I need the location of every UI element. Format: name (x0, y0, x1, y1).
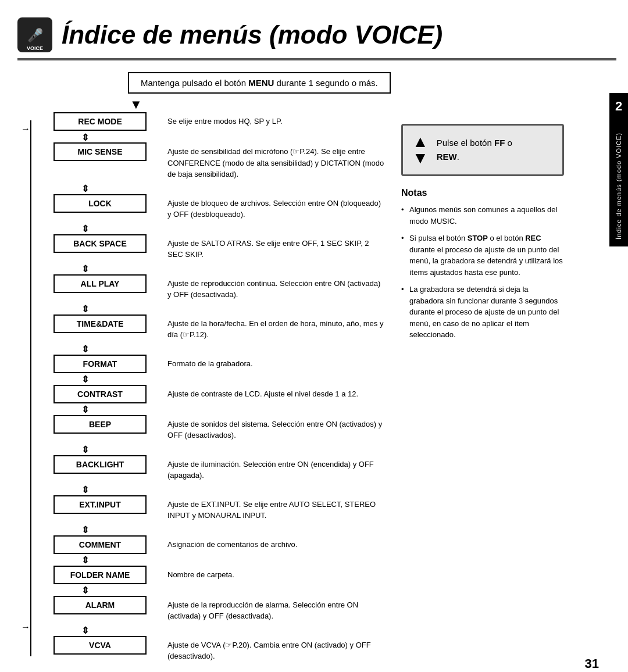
flow-connector: ⇕ (81, 344, 390, 355)
flow-connector: ⇕ (81, 132, 390, 142)
menu-box-format: FORMAT (53, 355, 147, 373)
svg-text:VOICE: VOICE (27, 45, 43, 51)
ff-rew-box: ▲ ▼ Pulse el botón FF o REW. (401, 124, 564, 176)
flow-connector: ⇕ (81, 264, 390, 274)
flow-connector: ⇕ (81, 525, 390, 535)
right-panel: ▲ ▼ Pulse el botón FF o REW. Notas Algun… (390, 112, 616, 666)
menu-left: BEEP (42, 415, 158, 434)
menu-row: MIC SENSEAjuste de sensibilidad del micr… (42, 142, 390, 183)
note-item: La grabadora se detendrá si deja la grab… (401, 284, 564, 341)
flowchart-wrapper: → → REC MODESe elije entre modos HQ, SP … (17, 112, 390, 664)
note-item: Si pulsa el botón STOP o el botón REC du… (401, 233, 564, 278)
menu-left: CONTRAST (42, 385, 158, 403)
page-container: 🎤 VOICE Índice de menús (modo VOICE) Man… (0, 0, 628, 672)
menu-row: LOCKAjuste de bloqueo de archivos. Selec… (42, 194, 390, 223)
menu-description: Se elije entre modos HQ, SP y LP. (158, 112, 390, 130)
menu-description: Formato de la grabadora. (158, 355, 390, 372)
menu-box-contrast: CONTRAST (53, 385, 147, 403)
menu-row: FOLDER NAMENombre de carpeta. (42, 566, 390, 584)
menu-row: BACKLIGHTAjuste de iluminación. Selecció… (42, 455, 390, 484)
flow-connector: ⇕ (81, 184, 390, 194)
menu-box-time-date: TIME&DATE (53, 314, 147, 333)
menu-box-rec-mode: REC MODE (53, 112, 147, 131)
menu-row: BACK SPACEAjuste de SALTO ATRAS. Se elij… (42, 234, 390, 263)
menu-description: Ajuste de bloqueo de archivos. Selección… (158, 194, 390, 223)
menu-left: MIC SENSE (42, 142, 158, 161)
menu-box-lock: LOCK (53, 194, 147, 213)
down-arrow-icon: ▼ (412, 150, 429, 166)
menu-description: Ajuste de sonidos del sistema. Selección… (158, 415, 390, 444)
ff-rew-arrows: ▲ ▼ (412, 134, 429, 166)
voice-icon: 🎤 VOICE (17, 17, 52, 52)
ff-rew-text: Pulse el botón FF o REW. (437, 136, 512, 164)
menu-box-ext-input: EXT.INPUT (53, 495, 147, 514)
flow-connector: ⇕ (81, 555, 390, 566)
menu-description: Ajuste de contraste de LCD. Ajuste el ni… (158, 385, 390, 402)
menu-description: Asignación de comentarios de archivo. (158, 535, 390, 553)
intro-arrow: ▼ (130, 97, 616, 112)
intro-box: Mantenga pulsado el botón MENU durante 1… (128, 72, 391, 94)
menu-row: FORMATFormato de la grabadora. (42, 355, 390, 373)
menu-description: Ajuste de la hora/fecha. En el orden de … (158, 314, 390, 343)
menu-description: Ajuste de iluminación. Selección entre O… (158, 455, 390, 484)
menu-box-alarm: ALARM (53, 596, 147, 614)
header-rule (17, 58, 616, 60)
notes-title: Notas (401, 188, 564, 198)
header: 🎤 VOICE Índice de menús (modo VOICE) (17, 17, 616, 52)
menu-row: EXT.INPUTAjuste de EXT.INPUT. Se elije e… (42, 495, 390, 524)
notes-list: Algunos menús son comunes a aquellos del… (401, 204, 564, 341)
menu-description: Ajuste de sensibilidad del micrófono (☞P… (158, 142, 390, 183)
flow-connector: ⇕ (81, 445, 390, 455)
menu-left: BACK SPACE (42, 234, 158, 253)
menu-box-mic-sense: MIC SENSE (53, 142, 147, 161)
menu-left: ALL PLAY (42, 274, 158, 293)
main-content: → → REC MODESe elije entre modos HQ, SP … (17, 112, 616, 666)
menu-left: ALARM (42, 596, 158, 614)
notes-section: Notas Algunos menús son comunes a aquell… (401, 188, 564, 346)
menu-row: ALARMAjuste de la reproducción de alarma… (42, 596, 390, 624)
menu-left: COMMENT (42, 535, 158, 554)
page-title: Índice de menús (modo VOICE) (62, 20, 443, 49)
svg-text:🎤: 🎤 (27, 27, 44, 43)
menu-box-comment: COMMENT (53, 535, 147, 554)
menu-row: ALL PLAYAjuste de reproducción continua.… (42, 274, 390, 303)
flow-connector: ⇕ (81, 374, 390, 385)
left-arrow-bottom: → (21, 622, 30, 632)
sidebar-tab-number: 2 (609, 93, 628, 126)
sidebar-tab: 2 Índice de menús (modo VOICE) (609, 93, 628, 246)
page-number: 31 (585, 656, 599, 671)
menu-row: CONTRASTAjuste de contraste de LCD. Ajus… (42, 385, 390, 403)
sidebar-tab-text: Índice de menús (modo VOICE) (615, 126, 623, 246)
menu-description: Ajuste de EXT.INPUT. Se elije entre AUTO… (158, 495, 390, 524)
menu-description: Ajuste de VCVA (☞P.20). Cambia entre ON … (158, 636, 390, 664)
menu-box-backlight: BACKLIGHT (53, 455, 147, 474)
menu-description: Ajuste de la reproducción de alarma. Sel… (158, 596, 390, 624)
menu-box-beep: BEEP (53, 415, 147, 434)
vert-line (30, 120, 31, 656)
menu-left: EXT.INPUT (42, 495, 158, 514)
menu-row: BEEPAjuste de sonidos del sistema. Selec… (42, 415, 390, 444)
menu-left: BACKLIGHT (42, 455, 158, 474)
menu-row: TIME&DATEAjuste de la hora/fecha. En el … (42, 314, 390, 343)
menu-row: REC MODESe elije entre modos HQ, SP y LP… (42, 112, 390, 131)
menu-box-vcva: VCVA (53, 636, 147, 655)
menu-row: COMMENTAsignación de comentarios de arch… (42, 535, 390, 554)
menu-left: REC MODE (42, 112, 158, 131)
menu-left: FOLDER NAME (42, 566, 158, 584)
menu-left: VCVA (42, 636, 158, 655)
flow-connector: ⇕ (81, 405, 390, 415)
menu-box-all-play: ALL PLAY (53, 274, 147, 293)
menu-left: LOCK (42, 194, 158, 213)
menu-description: Ajuste de reproducción continua. Selecci… (158, 274, 390, 303)
flow-connector: ⇕ (81, 224, 390, 234)
flow-connector: ⇕ (81, 625, 390, 636)
flow-connector: ⇕ (81, 485, 390, 495)
menu-description: Ajuste de SALTO ATRAS. Se elije entre OF… (158, 234, 390, 263)
up-arrow-icon: ▲ (412, 134, 429, 150)
menu-box-back-space: BACK SPACE (53, 234, 147, 253)
menu-rows-container: REC MODESe elije entre modos HQ, SP y LP… (42, 112, 390, 664)
left-arrow-top: → (21, 124, 30, 134)
flow-connector: ⇕ (81, 304, 390, 314)
note-item: Algunos menús son comunes a aquellos del… (401, 204, 564, 227)
menu-description: Nombre de carpeta. (158, 566, 390, 583)
